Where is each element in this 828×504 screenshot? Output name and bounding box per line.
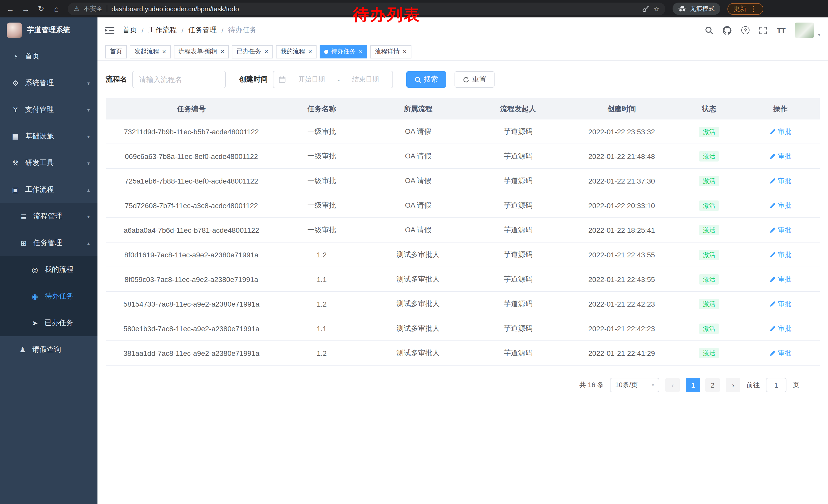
sidebar-item-首页[interactable]: ◔首页	[0, 43, 97, 70]
close-icon[interactable]: ×	[162, 48, 166, 55]
page-buttons: 12	[686, 378, 720, 392]
status-badge: 激活	[699, 176, 719, 186]
hamburger-icon[interactable]	[105, 26, 114, 34]
page-button-2[interactable]: 2	[705, 378, 720, 392]
sidebar-item-请假查询[interactable]: ♟请假查询	[0, 336, 97, 363]
reload-icon[interactable]: ↻	[37, 4, 45, 13]
chevron-down-icon[interactable]: ▾	[818, 32, 820, 37]
search-button[interactable]: 搜索	[406, 71, 446, 88]
table-row: 8f059c03-7ac8-11ec-a9e2-a2380e71991a1.1测…	[106, 267, 820, 291]
sidebar-item-系统管理[interactable]: ⚙系统管理▾	[0, 70, 97, 96]
sidebar-item-工作流程[interactable]: ▣工作流程▴	[0, 176, 97, 203]
done-task-icon: ➤	[30, 319, 40, 327]
table-row: 725a1eb6-7b88-11ec-8ef0-acde48001122一级审批…	[106, 169, 820, 193]
tab-流程表单-编辑[interactable]: 流程表单-编辑×	[174, 45, 229, 58]
sidebar-item-流程管理[interactable]: ≣流程管理▾	[0, 203, 97, 230]
logo[interactable]: 芋道管理系统	[0, 17, 97, 43]
person-icon: ♟	[18, 346, 27, 354]
cell-process: 测试多审批人	[366, 291, 470, 316]
reset-button-label: 重置	[472, 75, 486, 84]
sidebar-item-任务管理[interactable]: ⊞任务管理▴	[0, 230, 97, 256]
close-icon[interactable]: ×	[220, 48, 224, 55]
cell-task-id: 381aa1dd-7ac8-11ec-a9e2-a2380e71991a	[106, 341, 277, 365]
chevron-up-icon: ▴	[87, 187, 90, 192]
update-button[interactable]: 更新 ⋮	[728, 3, 763, 15]
security-label[interactable]: 不安全	[84, 4, 103, 13]
star-icon[interactable]: ☆	[654, 5, 659, 12]
approve-link[interactable]: 审批	[770, 201, 791, 210]
cell-process: OA 请假	[366, 193, 470, 218]
close-icon[interactable]: ×	[308, 48, 312, 55]
sidebar-item-基础设施[interactable]: ▤基础设施▾	[0, 123, 97, 150]
approve-link[interactable]: 审批	[770, 275, 791, 284]
table-row: a6aba0a4-7b6d-11ec-b781-acde48001122一级审批…	[106, 218, 820, 242]
approve-link[interactable]: 审批	[770, 324, 791, 333]
date-range-picker[interactable]: 开始日期 - 结束日期	[273, 71, 393, 88]
warning-icon: ⚠	[74, 5, 80, 12]
help-icon[interactable]: ?	[741, 26, 749, 34]
status-badge: 激活	[699, 151, 719, 161]
column-header: 状态	[677, 99, 741, 119]
chevron-down-icon: ▾	[87, 107, 90, 112]
approve-link[interactable]: 审批	[770, 250, 791, 259]
reset-button[interactable]: 重置	[455, 71, 495, 88]
cell-task-name: 1.2	[277, 242, 366, 267]
sidebar: 芋道管理系统 ◔首页⚙系统管理▾¥支付管理▾▤基础设施▾⚒研发工具▾▣工作流程▴…	[0, 17, 97, 504]
prev-page-button[interactable]: ‹	[665, 378, 680, 392]
tab-首页[interactable]: 首页	[105, 45, 127, 58]
cell-created: 2022-01-22 23:53:32	[566, 119, 677, 144]
approve-link[interactable]: 审批	[770, 176, 791, 185]
next-page-button[interactable]: ›	[726, 378, 740, 392]
task-table: 任务编号任务名称所属流程流程发起人创建时间状态操作 73211d9d-7b9b-…	[106, 98, 820, 366]
cell-action: 审批	[741, 341, 820, 365]
approve-link[interactable]: 审批	[770, 151, 791, 161]
forward-icon[interactable]: →	[22, 4, 30, 13]
breadcrumb-item[interactable]: 任务管理	[188, 26, 217, 35]
tab-已办任务[interactable]: 已办任务×	[232, 45, 273, 58]
goto-label: 前往	[746, 380, 760, 390]
cell-task-name: 1.2	[277, 291, 366, 316]
approve-link[interactable]: 审批	[770, 127, 791, 136]
back-icon[interactable]: ←	[6, 4, 14, 13]
sidebar-item-已办任务[interactable]: ➤已办任务	[0, 310, 97, 336]
tabs-bar: 首页发起流程×流程表单-编辑×已办任务×我的流程×待办任务×流程详情×	[97, 43, 828, 60]
sidebar-item-研发工具[interactable]: ⚒研发工具▾	[0, 150, 97, 176]
font-size-icon[interactable]: TT	[777, 26, 785, 35]
sidebar-item-label: 工作流程	[25, 185, 54, 194]
cell-status: 激活	[677, 119, 741, 144]
user-avatar[interactable]	[795, 22, 815, 38]
tab-我的流程[interactable]: 我的流程×	[276, 45, 317, 58]
page-size-select[interactable]: 10条/页 ▾	[610, 378, 659, 392]
table-row: 73211d9d-7b9b-11ec-b5b7-acde48001122一级审批…	[106, 119, 820, 144]
key-icon[interactable]	[642, 5, 650, 12]
cell-task-id: 73211d9d-7b9b-11ec-b5b7-acde48001122	[106, 119, 277, 144]
approve-link-label: 审批	[778, 299, 791, 308]
close-icon[interactable]: ×	[403, 48, 407, 55]
column-header: 所属流程	[366, 99, 470, 119]
tab-待办任务[interactable]: 待办任务×	[320, 45, 367, 58]
tab-发起流程[interactable]: 发起流程×	[130, 45, 171, 58]
sidebar-item-待办任务[interactable]: ◉待办任务	[0, 283, 97, 310]
approve-link[interactable]: 审批	[770, 349, 791, 358]
process-name-input[interactable]	[132, 71, 226, 88]
column-header: 操作	[741, 99, 820, 119]
cell-starter: 芋道源码	[470, 169, 566, 193]
breadcrumb-item[interactable]: 首页	[123, 26, 137, 35]
approve-link[interactable]: 审批	[770, 299, 791, 308]
update-label: 更新	[734, 4, 746, 13]
goto-page-input[interactable]	[766, 378, 786, 392]
sidebar-item-我的流程[interactable]: ◎我的流程	[0, 256, 97, 283]
breadcrumb-item[interactable]: 工作流程	[148, 26, 177, 35]
tab-流程详情[interactable]: 流程详情×	[370, 45, 411, 58]
home-icon[interactable]: ⌂	[52, 4, 60, 13]
cell-process: OA 请假	[366, 144, 470, 169]
github-icon[interactable]	[723, 26, 732, 35]
approve-link[interactable]: 审批	[770, 225, 791, 235]
sidebar-item-支付管理[interactable]: ¥支付管理▾	[0, 96, 97, 123]
close-icon[interactable]: ×	[264, 48, 268, 55]
close-icon[interactable]: ×	[359, 48, 363, 55]
page-button-1[interactable]: 1	[686, 378, 700, 392]
fullscreen-icon[interactable]	[759, 27, 767, 34]
search-icon[interactable]	[705, 26, 713, 34]
url-text[interactable]: dashboard.yudao.iocoder.cn/bpm/task/todo	[112, 5, 239, 12]
